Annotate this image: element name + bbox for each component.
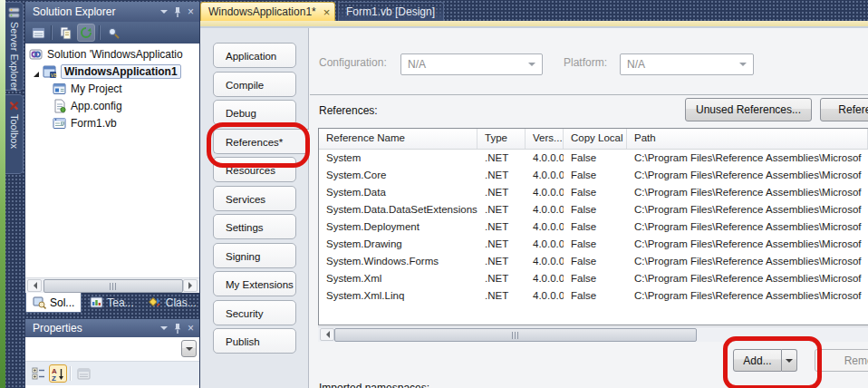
tab-class-view[interactable]: Clas...: [142, 293, 203, 312]
table-cell: 4.0.0.0: [526, 218, 564, 236]
table-row[interactable]: System.Drawing.NET4.0.0.0FalseC:\Program…: [319, 236, 868, 253]
properties-titlebar: Properties ×: [25, 319, 199, 337]
imported-namespaces-label: Imported namespaces:: [319, 382, 429, 388]
nav-tab-signing[interactable]: Signing: [213, 243, 296, 268]
remove-reference-button[interactable]: Remove: [815, 349, 868, 372]
unused-references-button[interactable]: Unused References...: [685, 98, 812, 121]
table-cell: System: [319, 150, 477, 167]
scrollbar-thumb[interactable]: [43, 279, 183, 293]
server-explorer-icon: [8, 6, 20, 18]
sidebar-tab-label: Toolbox: [9, 114, 20, 149]
table-row[interactable]: System.NET4.0.0.0FalseC:\Program Files\R…: [319, 150, 868, 167]
table-cell: .NET: [477, 167, 526, 184]
table-row[interactable]: System.Core.NET4.0.0.0FalseC:\Program Fi…: [319, 167, 868, 184]
nav-tab-compile[interactable]: Compile: [213, 72, 296, 97]
table-row[interactable]: System.Data.DataSetExtensions.NET4.0.0.0…: [319, 201, 868, 218]
window-menu-icon[interactable]: [160, 6, 168, 17]
column-header[interactable]: Reference Name: [319, 129, 477, 149]
refresh-icon[interactable]: [78, 24, 94, 41]
toolbar-separator: [51, 25, 53, 40]
close-icon[interactable]: ×: [188, 6, 194, 17]
tree-item[interactable]: Form1.vb: [25, 114, 199, 131]
combobox-dropdown-button[interactable]: [181, 340, 197, 357]
table-cell: C:\Program Files\Reference Assemblies\Mi…: [627, 184, 868, 201]
doc-tab-form1-design[interactable]: Form1.vb [Design]: [338, 2, 444, 21]
configuration-dropdown[interactable]: N/A: [400, 53, 543, 75]
nav-tab-publish[interactable]: Publish: [213, 328, 296, 354]
table-cell: System.Windows.Forms: [319, 253, 477, 270]
reference-paths-button[interactable]: Reference Paths...: [820, 98, 868, 121]
table-row[interactable]: System.Data.NET4.0.0.0FalseC:\Program Fi…: [319, 184, 868, 201]
table-row[interactable]: System.Windows.Forms.NET4.0.0.0FalseC:\P…: [319, 253, 868, 270]
alphabetical-sort-icon[interactable]: AZ: [50, 365, 66, 382]
platform-dropdown[interactable]: N/A: [620, 53, 754, 75]
tree-item-label: My Project: [71, 82, 122, 95]
window-menu-icon[interactable]: [160, 323, 168, 334]
column-header[interactable]: Vers...: [526, 129, 564, 149]
show-all-files-icon[interactable]: [57, 24, 73, 41]
tree-item-label: App.config: [71, 100, 122, 112]
team-explorer-tab-icon: [90, 296, 103, 309]
tab-team-explorer[interactable]: Tea...: [83, 293, 140, 312]
tree-item[interactable]: Solution 'WindowsApplicatio: [25, 45, 199, 63]
table-cell: System.Xml.Linq: [319, 287, 477, 305]
table-row[interactable]: System.Xml.Linq.NET4.0.0.0FalseC:\Progra…: [319, 287, 868, 305]
pin-icon[interactable]: [173, 6, 182, 18]
doc-tab-windowsapplication1[interactable]: WindowsApplication1* ×: [200, 2, 335, 21]
nav-tab-security[interactable]: Security: [213, 300, 296, 325]
table-cell: False: [564, 287, 627, 305]
table-cell: 4.0.0.0: [526, 253, 564, 270]
tree-item-label: Form1.vb: [71, 117, 117, 130]
scroll-left-button[interactable]: [320, 328, 334, 341]
table-header[interactable]: Reference NameTypeVers...Copy LocalPath: [319, 129, 868, 150]
close-icon[interactable]: ×: [188, 323, 194, 334]
expander-icon[interactable]: [33, 68, 40, 75]
column-header[interactable]: Type: [477, 129, 526, 149]
pin-icon[interactable]: [173, 323, 182, 335]
table-cell: System.Core: [319, 167, 477, 184]
nav-tab-services[interactable]: Services: [213, 186, 296, 211]
references-table[interactable]: Reference NameTypeVers...Copy LocalPath …: [318, 128, 868, 325]
table-cell: System.Xml: [319, 270, 477, 287]
table-row[interactable]: System.Xml.NET4.0.0.0FalseC:\Program Fil…: [319, 270, 868, 287]
sidebar-tab-server-explorer[interactable]: Server Explorer: [5, 2, 24, 91]
sidebar-tab-toolbox[interactable]: Toolbox: [5, 94, 24, 174]
tab-solution-explorer[interactable]: Sol...: [25, 293, 82, 313]
table-row[interactable]: System.Deployment.NET4.0.0.0FalseC:\Prog…: [319, 218, 868, 236]
table-cell: False: [564, 236, 627, 253]
nav-tab-settings[interactable]: Settings: [213, 214, 296, 239]
column-header[interactable]: Copy Local: [564, 129, 627, 149]
dropdown-value: N/A: [627, 58, 645, 71]
table-cell: .NET: [477, 270, 526, 287]
nav-tab-my-extensions[interactable]: My Extensions: [213, 271, 296, 296]
property-pages-icon[interactable]: [75, 365, 92, 382]
column-header[interactable]: Path: [627, 129, 868, 149]
platform-label: Platform:: [564, 56, 607, 69]
properties-window-icon[interactable]: [30, 24, 46, 41]
scrollbar-thumb[interactable]: [334, 328, 697, 342]
close-icon[interactable]: ×: [323, 6, 331, 18]
tree-item[interactable]: VBWindowsApplication1: [25, 63, 199, 80]
toolbar-separator: [99, 25, 101, 40]
nav-tab-debug[interactable]: Debug: [213, 100, 296, 125]
references-label: References:: [319, 104, 378, 117]
table-cell: System.Drawing: [319, 236, 477, 253]
solution-explorer-panel: Solution Explorer × Solution 'WindowsAp: [25, 2, 199, 314]
tree-item[interactable]: My Project: [25, 80, 199, 97]
table-cell: .NET: [477, 150, 526, 167]
solution-tree-hscrollbar[interactable]: [25, 277, 199, 293]
scroll-right-button[interactable]: [183, 279, 198, 292]
categorized-icon[interactable]: [30, 365, 46, 382]
section-divider: [310, 94, 868, 95]
app-config-icon: [53, 99, 67, 113]
table-cell: False: [564, 270, 627, 287]
table-cell: False: [564, 218, 627, 236]
scroll-left-button[interactable]: [27, 279, 42, 292]
tree-item[interactable]: App.config: [25, 97, 199, 114]
document-area: WindowsApplication1* × Form1.vb [Design]…: [200, 0, 868, 388]
nav-tab-application[interactable]: Application: [213, 43, 296, 68]
properties-object-combobox[interactable]: [25, 337, 199, 361]
class-diagram-icon[interactable]: [105, 24, 121, 41]
tree-item-label: WindowsApplication1: [61, 64, 181, 79]
table-cell: .NET: [477, 201, 526, 218]
